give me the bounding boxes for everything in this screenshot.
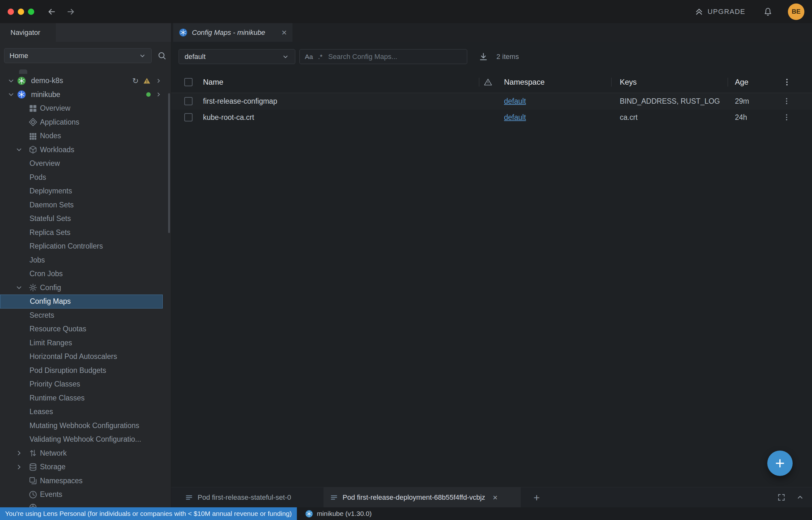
sidebar-item-limit-ranges[interactable]: Limit Ranges [0, 336, 171, 350]
notifications-bell-icon[interactable] [763, 7, 773, 17]
add-configmap-button[interactable]: + [767, 450, 793, 476]
chevron-down-icon[interactable] [15, 283, 23, 292]
sidebar-item-stateful-sets[interactable]: Stateful Sets [0, 212, 171, 226]
close-icon[interactable]: × [282, 28, 287, 37]
sidebar-item-overview[interactable]: Overview [0, 157, 171, 171]
tab-navigator[interactable]: Navigator [0, 23, 56, 42]
window-minimize-button[interactable] [18, 8, 24, 15]
download-icon[interactable] [479, 52, 488, 61]
row-menu-kebab-icon[interactable] [783, 113, 791, 122]
search-icon[interactable] [157, 51, 167, 60]
chevron-right-icon[interactable] [15, 463, 23, 471]
sidebar-item-config[interactable]: Config [0, 281, 171, 295]
select-all-checkbox[interactable] [184, 78, 193, 86]
sidebar-item-priority-classes[interactable]: Priority Classes [0, 377, 171, 391]
fullscreen-icon[interactable] [777, 493, 786, 502]
sidebar-item-overview[interactable]: Overview [0, 101, 171, 115]
back-button[interactable] [47, 7, 56, 17]
dock-tab-pod-stateful-set[interactable]: Pod first-release-stateful-set-0 [179, 487, 316, 508]
sidebar-item-workloads[interactable]: Workloads [0, 143, 171, 157]
sidebar-item-applications[interactable]: Applications [0, 115, 171, 129]
sidebar-item-events[interactable]: Events [0, 488, 171, 502]
sidebar-item-label: Leases [29, 408, 53, 416]
chevron-up-icon[interactable] [796, 493, 804, 502]
close-icon[interactable]: × [493, 493, 498, 502]
column-header-namespace[interactable]: Namespace [504, 78, 544, 86]
tab-config-maps-minikube[interactable]: Config Maps - minikube × [173, 23, 293, 42]
sidebar-scrollbar[interactable] [168, 93, 170, 233]
refresh-icon[interactable]: ↻ [132, 77, 138, 85]
row-age: 29m [735, 97, 749, 106]
chevron-right-icon[interactable] [155, 77, 162, 84]
row-checkbox[interactable] [184, 113, 193, 122]
window-zoom-button[interactable] [28, 8, 34, 15]
match-case-icon[interactable]: Aa [305, 53, 313, 60]
column-settings-kebab-icon[interactable] [783, 78, 791, 86]
chevron-down-icon[interactable] [15, 146, 23, 154]
kubernetes-icon [305, 510, 313, 518]
forward-button[interactable] [66, 7, 75, 17]
context-dropdown[interactable]: Home [4, 48, 152, 63]
sidebar-item-nodes[interactable]: Nodes [0, 129, 171, 143]
column-header-age[interactable]: Age [735, 78, 748, 86]
sidebar-item-jobs[interactable]: Jobs [0, 253, 171, 267]
warning-icon[interactable] [484, 78, 492, 86]
sidebar-item-mutating-webhook-configurations[interactable]: Mutating Webhook Configurations [0, 419, 171, 433]
sidebar-item-validating-webhook-configuratio[interactable]: Validating Webhook Configuratio... [0, 433, 171, 446]
user-avatar[interactable]: BE [788, 3, 804, 20]
table-rows: first-release-configmapdefaultBIND_ADDRE… [171, 93, 812, 125]
sidebar-item-storage[interactable]: Storage [0, 460, 171, 474]
row-namespace-link[interactable]: default [504, 97, 526, 106]
chevron-down-icon [282, 53, 289, 60]
upgrade-button[interactable]: UPGRADE [694, 7, 745, 17]
sidebar-item-secrets[interactable]: Secrets [0, 309, 171, 322]
sidebar-item-label: Deployments [29, 187, 72, 195]
new-dock-tab-button[interactable]: + [534, 492, 540, 503]
chevron-right-icon[interactable] [155, 91, 162, 98]
sidebar-item-runtime-classes[interactable]: Runtime Classes [0, 391, 171, 405]
sidebar-item-resource-quotas[interactable]: Resource Quotas [0, 322, 171, 336]
window-titlebar: UPGRADE BE [0, 0, 812, 23]
sidebar-item-label: Workloads [40, 146, 74, 154]
namespaces-icon [29, 476, 37, 485]
sidebar-item-pod-disruption-budgets[interactable]: Pod Disruption Budgets [0, 364, 171, 378]
column-header-keys[interactable]: Keys [620, 78, 637, 86]
chevron-down-icon[interactable] [7, 90, 15, 99]
sidebar-item-namespaces[interactable]: Namespaces [0, 474, 171, 488]
table-empty-area [171, 125, 812, 487]
sidebar-item-replica-sets[interactable]: Replica Sets [0, 226, 171, 240]
sidebar-item-config-maps[interactable]: Config Maps [0, 294, 163, 309]
gear-icon [29, 283, 37, 292]
sidebar-item-daemon-sets[interactable]: Daemon Sets [0, 198, 171, 212]
nodes-icon [29, 132, 37, 140]
table-row[interactable]: kube-root-ca.crtdefaultca.crt24h [171, 109, 812, 125]
sidebar-item-cron-jobs[interactable]: Cron Jobs [0, 267, 171, 281]
sidebar-item-deployments[interactable]: Deployments [0, 184, 171, 198]
sidebar-item-leases[interactable]: Leases [0, 405, 171, 419]
namespace-dropdown[interactable]: default [179, 49, 295, 64]
chevron-right-icon[interactable] [15, 449, 23, 457]
column-header-name[interactable]: Name [203, 78, 223, 86]
sidebar-item-network[interactable]: Network [0, 446, 171, 460]
window-close-button[interactable] [8, 8, 14, 15]
sidebar-item-label: Events [40, 490, 62, 499]
dock-tab-pod-deployment[interactable]: Pod first-release-deployment-68b55f4ffd-… [324, 487, 521, 508]
sidebar-item-replication-controllers[interactable]: Replication Controllers [0, 239, 171, 253]
window-controls [8, 8, 34, 15]
search-input[interactable] [328, 53, 462, 61]
table-row[interactable]: first-release-configmapdefaultBIND_ADDRE… [171, 93, 812, 109]
pod-logs-icon [330, 493, 338, 502]
row-menu-kebab-icon[interactable] [783, 97, 791, 105]
sidebar-item-demo-k8s[interactable]: demo-k8s↻ [0, 74, 171, 88]
cluster-status: minikube (v1.30.0) [297, 507, 812, 520]
sidebar-item-minikube[interactable]: minikube [0, 88, 171, 102]
row-checkbox[interactable] [184, 97, 193, 105]
regex-icon[interactable]: .* [318, 53, 323, 60]
chevron-spacer [15, 104, 23, 112]
row-keys: BIND_ADDRESS, RUST_LOG [620, 97, 720, 106]
events-icon [29, 490, 37, 499]
chevron-down-icon[interactable] [7, 77, 15, 85]
sidebar-item-horizontal-pod-autoscalers[interactable]: Horizontal Pod Autoscalers [0, 350, 171, 364]
sidebar-item-pods[interactable]: Pods [0, 171, 171, 185]
row-namespace-link[interactable]: default [504, 113, 526, 122]
